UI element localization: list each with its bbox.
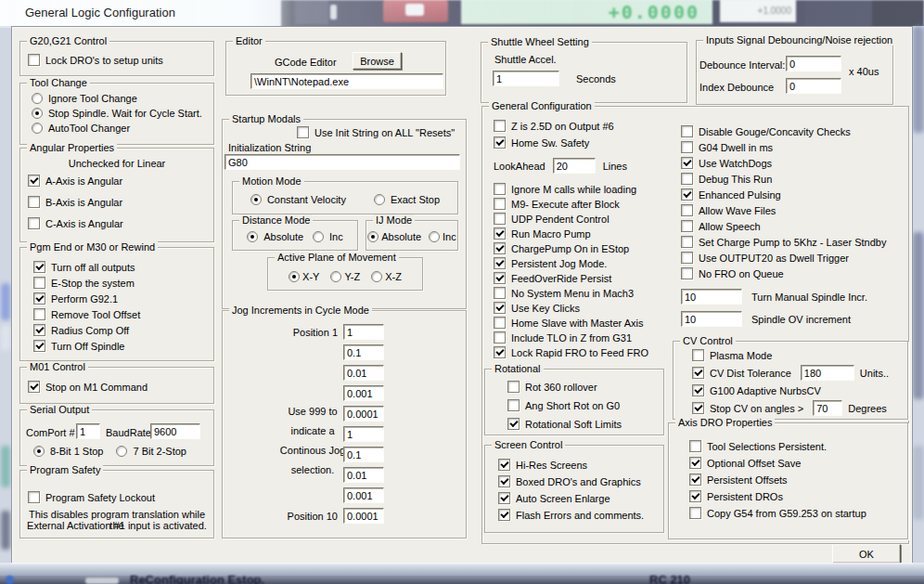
checkbox[interactable]: [681, 188, 693, 201]
g100-nurbs-checkbox[interactable]: [692, 384, 704, 396]
checkbox-row[interactable]: Disable Gouge/Concavity Checks: [681, 125, 886, 137]
cv-dist-checkbox[interactable]: [692, 367, 704, 379]
checkbox-row[interactable]: Lock DRO's to setup units: [28, 54, 163, 66]
checkbox[interactable]: [681, 267, 693, 279]
checkbox-row[interactable]: Use Key Clicks: [494, 302, 648, 314]
radio-button[interactable]: [33, 446, 45, 457]
stop-on-m1-checkbox[interactable]: [28, 381, 40, 393]
checkbox[interactable]: [494, 120, 506, 132]
checkbox[interactable]: [681, 252, 693, 264]
checkbox-row[interactable]: B-Axis is Angular: [28, 196, 123, 208]
checkbox[interactable]: [33, 324, 45, 336]
jog-increment-input[interactable]: [343, 365, 384, 381]
checkbox-row[interactable]: Turn off all outputs: [33, 261, 140, 273]
checkbox-row[interactable]: Use Init String on ALL "Resets": [297, 126, 455, 138]
radio-row[interactable]: Stop Spindle. Wait for Cycle Start.: [32, 108, 202, 119]
cv-stop-row[interactable]: Stop CV on angles > Degrees: [692, 400, 887, 416]
checkbox-row[interactable]: G04 Dwell in ms: [681, 141, 886, 153]
jog-increment-input[interactable]: [343, 467, 384, 483]
checkbox[interactable]: [494, 183, 506, 195]
checkbox-row[interactable]: Rotational Soft Limits: [507, 418, 622, 430]
checkbox[interactable]: [507, 399, 520, 411]
index-debounce-input[interactable]: [786, 78, 841, 94]
checkbox-row[interactable]: Stop on M1 Command: [28, 381, 148, 393]
browse-button[interactable]: Browse: [353, 52, 402, 70]
checkbox-row[interactable]: Remove Tool Offset: [33, 308, 140, 320]
checkbox-row[interactable]: No System Menu in Mach3: [494, 287, 648, 299]
baudrate-input[interactable]: [150, 423, 200, 439]
checkbox-row[interactable]: Lock Rapid FRO to Feed FRO: [494, 346, 648, 358]
checkbox[interactable]: [494, 198, 506, 210]
checkbox-row[interactable]: Program Safety Lockout: [28, 491, 155, 503]
checkbox-row[interactable]: Plasma Mode: [692, 349, 772, 361]
checkbox[interactable]: [494, 331, 506, 344]
radio-button[interactable]: [250, 194, 262, 205]
plasma-mode-checkbox[interactable]: [692, 349, 704, 361]
radio-button[interactable]: [247, 231, 258, 242]
editor-path-input[interactable]: [250, 73, 443, 89]
checkbox[interactable]: [681, 204, 693, 216]
radio-button[interactable]: [371, 271, 382, 282]
cv-dist-row[interactable]: CV Dist Tolerance Units..: [692, 365, 889, 381]
radio-row[interactable]: 8-Bit 1 Stop: [33, 446, 103, 457]
jog-increment-input[interactable]: [343, 406, 384, 422]
radio-button[interactable]: [313, 231, 324, 242]
checkbox[interactable]: [681, 173, 693, 185]
radio-row[interactable]: Exact Stop: [374, 194, 440, 205]
jog-increment-input[interactable]: [343, 487, 384, 503]
checkbox-row[interactable]: Use OUTPUT20 as Dwell Trigger: [681, 252, 886, 264]
checkbox-row[interactable]: Persistent Jog Mode.: [494, 257, 648, 269]
jog-increment-input[interactable]: [343, 324, 384, 340]
lock-dros-checkbox[interactable]: [28, 54, 40, 66]
checkbox[interactable]: [498, 459, 510, 471]
radio-row[interactable]: X-Z: [371, 271, 402, 282]
lookahead-input[interactable]: [553, 158, 596, 174]
radio-row[interactable]: Absolute: [367, 231, 421, 242]
program-safety-lockout-checkbox[interactable]: [28, 491, 40, 503]
spindle-incr-input[interactable]: [681, 289, 742, 305]
checkbox-row[interactable]: Copy G54 from G59.253 on startup: [689, 507, 866, 519]
checkbox[interactable]: [494, 287, 506, 299]
checkbox-row[interactable]: UDP Pendent Control: [494, 213, 648, 225]
checkbox-row[interactable]: Include TLO in Z from G31: [494, 331, 648, 344]
use-init-string-checkbox[interactable]: [297, 126, 309, 138]
radio-button[interactable]: [32, 123, 43, 134]
checkbox-row[interactable]: Ang Short Rot on G0: [507, 399, 622, 411]
checkbox-row[interactable]: Home Sw. Safety: [494, 136, 614, 149]
radio-button[interactable]: [367, 231, 379, 242]
checkbox[interactable]: [507, 418, 520, 430]
checkbox-row[interactable]: Ignore M calls while loading: [494, 183, 648, 195]
checkbox-row[interactable]: Use WatchDogs: [681, 157, 886, 169]
checkbox[interactable]: [494, 227, 506, 240]
checkbox[interactable]: [681, 220, 693, 232]
checkbox[interactable]: [33, 277, 45, 289]
checkbox-row[interactable]: A-Axis is Angular: [28, 175, 123, 187]
radio-row[interactable]: Inc: [429, 231, 456, 242]
init-string-input[interactable]: [225, 154, 460, 170]
checkbox-row[interactable]: Hi-Res Screens: [498, 459, 644, 471]
checkbox-row[interactable]: Flash Errors and comments.: [498, 509, 644, 521]
radio-row[interactable]: Y-Z: [330, 271, 360, 282]
checkbox[interactable]: [28, 217, 40, 229]
checkbox-row[interactable]: Radius Comp Off: [33, 324, 140, 336]
checkbox[interactable]: [498, 509, 510, 521]
jog-increment-input[interactable]: [343, 426, 384, 442]
debounce-interval-input[interactable]: [786, 56, 841, 71]
radio-button[interactable]: [374, 194, 385, 205]
checkbox[interactable]: [507, 381, 520, 393]
radio-row[interactable]: Ignore Tool Change: [32, 93, 202, 104]
checkbox-row[interactable]: Turn Off Spindle: [33, 340, 140, 352]
checkbox[interactable]: [494, 242, 506, 254]
checkbox-row[interactable]: E-Stop the system: [33, 277, 140, 289]
checkbox-row[interactable]: Auto Screen Enlarge: [498, 492, 644, 504]
checkbox-row[interactable]: Optional Offset Save: [689, 457, 866, 469]
checkbox[interactable]: [689, 457, 701, 469]
ok-button[interactable]: OK: [832, 544, 901, 564]
checkbox-row[interactable]: ChargePump On in EStop: [494, 242, 648, 254]
checkbox-row[interactable]: FeedOverRide Persist: [494, 272, 648, 284]
checkbox[interactable]: [33, 340, 45, 352]
shuttle-accel-input[interactable]: [493, 71, 559, 86]
jog-increment-input[interactable]: [343, 447, 384, 462]
checkbox[interactable]: [689, 474, 701, 486]
radio-row[interactable]: Inc: [313, 231, 343, 242]
